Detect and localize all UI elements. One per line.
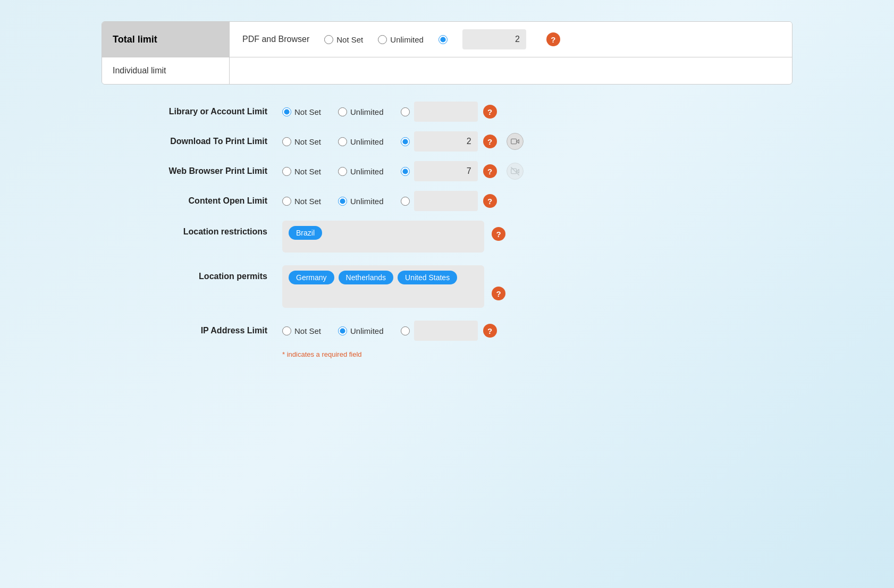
library-not-set-radio[interactable] — [282, 107, 291, 116]
total-value-radio-label[interactable] — [438, 35, 448, 44]
content-open-limit-input[interactable] — [414, 191, 478, 211]
location-restrictions-row: Location restrictions Brazil ? — [123, 221, 771, 253]
location-permit-tag-germany[interactable]: Germany — [289, 271, 334, 284]
library-not-set-radio-label[interactable]: Not Set — [282, 107, 321, 116]
location-restrictions-label: Location restrictions — [123, 221, 282, 237]
location-permits-help-button[interactable]: ? — [492, 287, 505, 300]
total-not-set-radio-label[interactable]: Not Set — [324, 35, 363, 44]
content-unlimited-radio[interactable] — [338, 197, 347, 206]
download-unlimited-radio-label[interactable]: Unlimited — [338, 137, 384, 146]
total-limit-row: Total limit PDF and Browser Not Set Unli… — [102, 22, 792, 57]
location-restrictions-tag-area[interactable]: Brazil — [282, 221, 484, 253]
download-not-set-radio[interactable] — [282, 137, 291, 146]
ip-unlimited-text: Unlimited — [350, 326, 384, 335]
ip-unlimited-radio[interactable] — [338, 326, 347, 335]
location-permits-row: Location permits Germany Netherlands Uni… — [123, 265, 771, 308]
ip-address-limit-input[interactable] — [414, 321, 478, 341]
total-value-radio[interactable] — [438, 35, 448, 44]
ip-not-set-radio-label[interactable]: Not Set — [282, 326, 321, 335]
content-unlimited-text: Unlimited — [350, 197, 384, 206]
ip-not-set-text: Not Set — [294, 326, 321, 335]
ip-address-limit-label: IP Address Limit — [123, 326, 282, 335]
individual-limit-row: Individual limit — [102, 57, 792, 84]
download-not-set-text: Not Set — [294, 137, 321, 146]
form-section: Library or Account Limit Not Set Unlimit… — [102, 102, 792, 358]
ip-not-set-radio[interactable] — [282, 326, 291, 335]
web-browser-print-label: Web Browser Print Limit — [123, 166, 282, 176]
total-limit-table: Total limit PDF and Browser Not Set Unli… — [102, 21, 792, 85]
web-unlimited-radio[interactable] — [338, 167, 347, 176]
ip-unlimited-radio-label[interactable]: Unlimited — [338, 326, 384, 335]
total-limit-input[interactable]: 2 — [462, 29, 526, 49]
library-unlimited-radio-label[interactable]: Unlimited — [338, 107, 384, 116]
content-open-limit-label: Content Open Limit — [123, 196, 282, 206]
location-permit-tag-netherlands[interactable]: Netherlands — [339, 271, 394, 284]
web-not-set-radio-label[interactable]: Not Set — [282, 167, 321, 176]
total-limit-header: Total limit — [102, 22, 230, 57]
download-not-set-radio-label[interactable]: Not Set — [282, 137, 321, 146]
download-to-print-limit-row: Download To Print Limit Not Set Unlimite… — [123, 131, 771, 152]
library-account-limit-row: Library or Account Limit Not Set Unlimit… — [123, 102, 771, 122]
download-unlimited-radio[interactable] — [338, 137, 347, 146]
location-restrictions-help-button[interactable]: ? — [492, 227, 505, 241]
library-not-set-text: Not Set — [294, 107, 321, 116]
total-unlimited-label: Unlimited — [390, 35, 424, 44]
ip-address-limit-row: IP Address Limit Not Set Unlimited ? — [123, 321, 771, 341]
library-account-help-button[interactable]: ? — [483, 105, 497, 119]
content-not-set-radio[interactable] — [282, 197, 291, 206]
download-to-print-label: Download To Print Limit — [123, 137, 282, 146]
web-unlimited-radio-label[interactable]: Unlimited — [338, 167, 384, 176]
content-open-limit-row: Content Open Limit Not Set Unlimited ? — [123, 191, 771, 211]
location-restriction-tag-brazil[interactable]: Brazil — [289, 226, 322, 240]
download-to-print-input[interactable] — [414, 131, 478, 152]
library-account-limit-input[interactable] — [414, 102, 478, 122]
web-browser-print-help-button[interactable]: ? — [483, 164, 497, 178]
individual-limit-header: Individual limit — [102, 57, 230, 84]
library-unlimited-radio[interactable] — [338, 107, 347, 116]
individual-limit-content — [230, 57, 792, 84]
total-not-set-label: Not Set — [336, 35, 363, 44]
web-value-radio[interactable] — [401, 167, 410, 176]
content-unlimited-radio-label[interactable]: Unlimited — [338, 197, 384, 206]
location-permits-label: Location permits — [123, 265, 282, 281]
individual-limit-label: Individual limit — [113, 66, 166, 75]
total-unlimited-radio-label[interactable]: Unlimited — [378, 35, 424, 44]
web-unlimited-text: Unlimited — [350, 167, 384, 176]
content-not-set-radio-label[interactable]: Not Set — [282, 197, 321, 206]
total-unlimited-radio[interactable] — [378, 35, 387, 44]
total-limit-help-button[interactable]: ? — [546, 32, 560, 46]
web-camera-icon-button[interactable] — [507, 163, 524, 180]
ip-value-radio[interactable] — [401, 326, 410, 335]
download-value-radio[interactable] — [401, 137, 410, 146]
svg-rect-0 — [511, 139, 516, 144]
required-note: * indicates a required field — [123, 350, 771, 358]
web-browser-print-limit-row: Web Browser Print Limit Not Set Unlimite… — [123, 161, 771, 181]
total-limit-content: PDF and Browser Not Set Unlimited 2 ? — [230, 22, 792, 57]
content-value-radio[interactable] — [401, 197, 410, 206]
location-permits-tag-area[interactable]: Germany Netherlands United States — [282, 265, 484, 308]
pdf-browser-label: PDF and Browser — [242, 35, 309, 44]
total-limit-label: Total limit — [113, 34, 157, 45]
content-not-set-text: Not Set — [294, 197, 321, 206]
download-to-print-help-button[interactable]: ? — [483, 135, 497, 148]
location-permit-tag-united-states[interactable]: United States — [398, 271, 457, 284]
download-camera-icon-button[interactable] — [507, 133, 524, 150]
web-browser-print-input[interactable] — [414, 161, 478, 181]
total-not-set-radio[interactable] — [324, 35, 333, 44]
content-open-help-button[interactable]: ? — [483, 194, 497, 208]
web-not-set-radio[interactable] — [282, 167, 291, 176]
library-unlimited-text: Unlimited — [350, 107, 384, 116]
web-not-set-text: Not Set — [294, 167, 321, 176]
library-account-limit-label: Library or Account Limit — [123, 107, 282, 116]
ip-address-help-button[interactable]: ? — [483, 324, 497, 338]
library-value-radio[interactable] — [401, 107, 410, 116]
download-unlimited-text: Unlimited — [350, 137, 384, 146]
